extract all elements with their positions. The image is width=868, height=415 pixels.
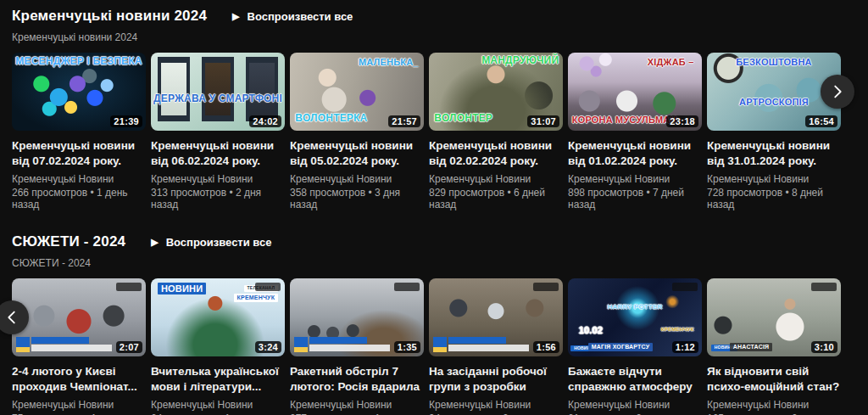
video-card[interactable]: 24:02 ДЕРЖАВА У СМАРТФОНІ Кременчуцькі н… [151,53,285,210]
channel-name[interactable]: Кременчуцькі Новини [290,399,424,411]
channel-watermark [116,283,142,291]
section-title[interactable]: Кременчуцькі новини 2024 [12,8,207,25]
video-meta: 313 просмотров • 2 дня назад [151,187,285,210]
channel-name[interactable]: Кременчуцькі Новини [568,173,702,185]
duration-badge: 23:18 [666,115,698,127]
news-ticker-graphic [433,335,529,352]
thumbnail-overlay-text: МАЛЕНЬКА_ [359,57,419,68]
thumbnail-overlay-text: МЕСЕНДЖЕР І БЕЗПЕКА [15,56,142,68]
channel-name[interactable]: Кременчуцькі Новини [12,173,146,185]
video-title[interactable]: Кременчуцькі новини від 01.02.2024 року.… [568,138,702,169]
video-row: 2:07 2-4 лютого у Києві проходив Чемпіон… [12,278,868,415]
thumbnail-overlay-text: БЕЗКОШТОВНА [736,57,812,68]
video-thumbnail[interactable]: 1:12 HARRY POTTER10.02КРЕМЕНЧУКНОВИНИМАГ… [568,278,702,356]
video-thumbnail[interactable]: 21:39 МЕСЕНДЖЕР І БЕЗПЕКА [12,53,146,131]
video-title[interactable]: Як відновити свій психо-емоційний стан? [707,364,841,395]
shelf-section-news: Кременчуцькі новини 2024 ▶ Воспроизвести… [12,7,868,210]
video-thumbnail[interactable]: 31:07 МАНДРУЮЧИЙВОЛОНТЕР [429,53,563,131]
video-thumbnail[interactable]: 21:57 МАЛЕНЬКА_ВОЛОНТЕРКА [290,53,424,131]
thumbnail-overlay-text: HARRY POTTER [607,303,662,311]
thumbnail-overlay-text: ДЕРЖАВА У СМАРТФОНІ [153,93,282,105]
play-all-button[interactable]: ▶ Воспроизвести все [151,236,271,249]
video-title[interactable]: Кременчуцькі новини від 31.01.2024 року.… [707,138,841,169]
video-meta: 358 просмотров • 3 дня назад [290,187,424,210]
duration-badge: 16:54 [805,115,837,127]
news-ticker-graphic [16,335,112,352]
video-card[interactable]: 21:39 МЕСЕНДЖЕР І БЕЗПЕКА Кременчуцькі н… [12,53,146,210]
channel-name[interactable]: Кременчуцькі Новини [568,399,702,411]
video-title[interactable]: Ракетний обстріл 7 лютого: Росія вдарила… [290,364,424,395]
video-thumbnail[interactable]: 1:56 [429,278,563,356]
duration-badge: 1:35 [394,341,420,353]
thumbnail-overlay-text: 10.02 [579,325,604,336]
video-title[interactable]: 2-4 лютого у Києві проходив Чемпіонат... [12,364,146,395]
video-card[interactable]: 16:54 БЕЗКОШТОВНААРТРОСКОПІЯ Кременчуцьк… [707,53,841,210]
play-all-label: Воспроизвести все [166,236,272,249]
video-title[interactable]: Кременчуцькі новини від 05.02.2024 року.… [290,138,424,169]
chevron-right-icon [828,82,847,101]
section-title[interactable]: СЮЖЕТИ - 2024 [12,233,125,250]
duration-badge: 1:12 [672,341,698,353]
video-card[interactable]: 2:07 2-4 лютого у Києві проходив Чемпіон… [12,278,146,415]
video-card[interactable]: 1:12 HARRY POTTER10.02КРЕМЕНЧУКНОВИНИМАГ… [568,278,702,415]
duration-badge: 21:39 [110,115,142,127]
video-title[interactable]: Кременчуцькі новини від 07.02.2024 року.… [12,138,146,169]
video-card[interactable]: 3:10 НОВИНИАНАСТАСІЯ Як відновити свій п… [707,278,841,415]
thumbnail-overlay-text: МАГІЯ ХОГВАРТСУ [588,343,654,351]
video-card[interactable]: 3:24 НОВИНИТЕЛЕКАНАЛКРЕМЕНЧУК Вчителька … [151,278,285,415]
shelf-header: Кременчуцькі новини 2024 ▶ Воспроизвести… [12,7,868,25]
video-card[interactable]: 1:35 Ракетний обстріл 7 лютого: Росія вд… [290,278,424,415]
video-thumbnail[interactable]: 1:35 [290,278,424,356]
video-title[interactable]: На засіданні робочої групи з розробки но… [429,364,563,395]
thumbnail-overlay-text: НОВИНИ [158,283,206,295]
channel-name[interactable]: Кременчуцькі Новини [151,173,285,185]
video-title[interactable]: Кременчуцькі новини від 02.02.2024 року.… [429,138,563,169]
video-meta: 728 просмотров • 8 дней назад [707,187,841,210]
shelf-section-stories: СЮЖЕТИ - 2024 ▶ Воспроизвести все СЮЖЕТИ… [12,233,868,415]
video-thumbnail[interactable]: 3:10 НОВИНИАНАСТАСІЯ [707,278,841,356]
video-title[interactable]: Бажаєте відчути справжню атмосферу Хогва… [568,364,702,395]
duration-badge: 24:02 [249,115,281,127]
thumbnail-overlay-text: КРЕМЕНЧУК [234,294,279,302]
channel-name[interactable]: Кременчуцькі Новини [707,173,841,185]
video-card[interactable]: 1:56 На засіданні робочої групи з розроб… [429,278,563,415]
channel-name[interactable]: Кременчуцькі Новини [707,399,841,411]
thumbnail-overlay-text: ВОЛОНТЕРКА [295,113,367,125]
channel-name[interactable]: Кременчуцькі Новини [429,173,563,185]
video-thumbnail[interactable]: 24:02 ДЕРЖАВА У СМАРТФОНІ [151,53,285,131]
channel-watermark [255,283,281,291]
duration-badge: 2:07 [116,341,142,353]
channel-name[interactable]: Кременчуцькі Новини [12,399,146,411]
video-title[interactable]: Кременчуцькі новини від 06.02.2024 року.… [151,138,285,169]
play-all-button[interactable]: ▶ Воспроизвести все [232,10,353,23]
channel-name[interactable]: Кременчуцькі Новини [429,399,563,411]
duration-badge: 1:56 [533,341,559,353]
channel-name[interactable]: Кременчуцькі Новини [151,399,285,411]
carousel: 21:39 МЕСЕНДЖЕР І БЕЗПЕКА Кременчуцькі н… [12,53,868,210]
video-card[interactable]: 23:18 ХІДЖАБ –КОРОНА МУСУЛЬМАН Кременчуц… [568,53,702,210]
thumbnail-overlay-text: МАНДРУЮЧИЙ [481,55,559,67]
section-subtitle: СЮЖЕТИ - 2024 [12,257,868,269]
thumbnail-overlay-text: КРЕМЕНЧУК [661,327,693,333]
video-thumbnail[interactable]: 2:07 [12,278,146,356]
chevron-left-icon [3,308,21,327]
channel-name[interactable]: Кременчуцькі Новини [290,173,424,185]
thumbnail-overlay-text: АНАСТАСІЯ [730,343,772,351]
video-title[interactable]: Вчителька української мови і літератури.… [151,364,285,395]
carousel: 2:07 2-4 лютого у Києві проходив Чемпіон… [12,278,868,415]
duration-badge: 3:10 [811,341,837,353]
video-card[interactable]: 21:57 МАЛЕНЬКА_ВОЛОНТЕРКА Кременчуцькі н… [290,53,424,210]
video-card[interactable]: 31:07 МАНДРУЮЧИЙВОЛОНТЕР Кременчуцькі но… [429,53,563,210]
channel-watermark [672,283,698,291]
video-meta: 266 просмотров • 1 день назад [12,187,146,210]
duration-badge: 21:57 [388,115,420,127]
next-button[interactable] [821,75,854,109]
channel-watermark [394,283,420,291]
play-icon: ▶ [151,238,158,247]
video-thumbnail[interactable]: 3:24 НОВИНИТЕЛЕКАНАЛКРЕМЕНЧУК [151,278,285,356]
video-meta: 829 просмотров • 6 дней назад [429,187,563,210]
duration-badge: 31:07 [527,115,559,127]
news-ticker-graphic [294,335,390,352]
video-thumbnail[interactable]: 23:18 ХІДЖАБ –КОРОНА МУСУЛЬМАН [568,53,702,131]
section-subtitle: Кременчуцькі новини 2024 [12,31,868,43]
